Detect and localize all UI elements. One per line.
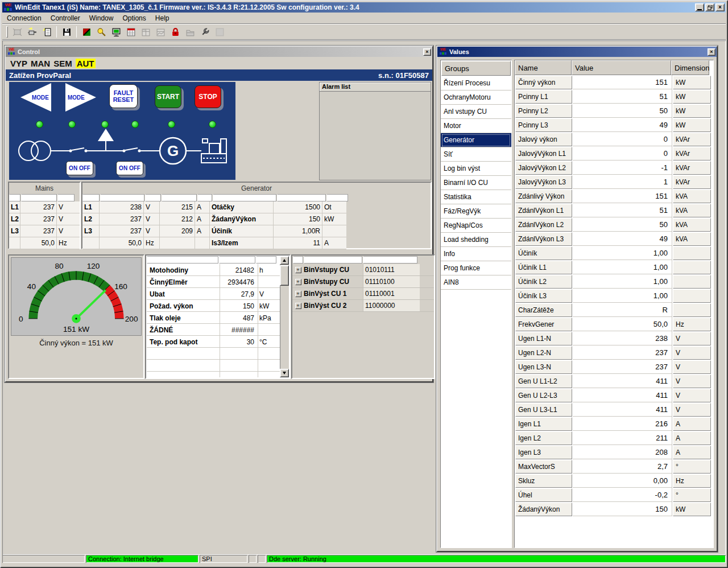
values-row: Gen U L3-L1 411 V bbox=[515, 402, 713, 417]
values-titlebar[interactable]: WE Values × bbox=[437, 47, 717, 57]
scroll-thumb[interactable] bbox=[280, 265, 289, 286]
values-row: Jalový výkon 0 kVAr bbox=[515, 132, 713, 146]
value-name-cell[interactable]: Ugen L3-N bbox=[515, 360, 572, 374]
group-item[interactable]: Síť bbox=[441, 147, 511, 162]
value-name-cell[interactable]: ZdánlVýkon L1 bbox=[515, 204, 572, 217]
fault-reset-button[interactable]: FAULT RESET bbox=[109, 84, 138, 108]
stop-button[interactable]: STOP bbox=[195, 85, 221, 108]
group-item[interactable]: Info bbox=[441, 247, 511, 261]
value-name-cell[interactable]: Pcinny L3 bbox=[515, 118, 572, 132]
group-item[interactable]: Load shedding bbox=[441, 233, 511, 247]
group-item[interactable]: Motor bbox=[441, 119, 511, 133]
expand-plus-button[interactable]: + bbox=[295, 291, 301, 297]
connect-icon[interactable] bbox=[25, 26, 39, 38]
values-row: JalovýVýkon L1 0 kVAr bbox=[515, 146, 713, 160]
group-item[interactable]: RegNap/Cos bbox=[441, 219, 511, 233]
value-name-cell[interactable]: Ugen L2-N bbox=[515, 346, 572, 360]
files-icon[interactable] bbox=[183, 26, 197, 38]
value-name-cell[interactable]: Jalový výkon bbox=[515, 133, 572, 146]
menu-item[interactable]: Window bbox=[85, 13, 118, 23]
gen-breaker-button[interactable]: ON OFF bbox=[116, 161, 143, 175]
close-button[interactable]: × bbox=[715, 3, 725, 11]
value-name-cell[interactable]: Gen U L3-L1 bbox=[515, 403, 572, 417]
dimension-cell: kVA bbox=[673, 204, 711, 217]
value-name-cell[interactable]: Skluz bbox=[515, 474, 572, 488]
values-grid-icon[interactable] bbox=[124, 26, 138, 38]
group-item[interactable]: Binarní I/O CU bbox=[441, 176, 511, 190]
value-name-cell[interactable]: JalovýVýkon L3 bbox=[515, 175, 572, 189]
col-header-value[interactable]: Value bbox=[572, 60, 671, 75]
screen-colors-icon[interactable] bbox=[80, 26, 93, 38]
group-item[interactable]: Generátor bbox=[441, 133, 511, 147]
binary-io-row: + BinVýst CU 2 11000000 bbox=[292, 300, 434, 312]
edit-screen-icon[interactable] bbox=[94, 26, 108, 38]
control-close-button[interactable]: × bbox=[423, 48, 431, 56]
edit-connection-icon[interactable] bbox=[40, 26, 53, 38]
save-icon[interactable] bbox=[60, 26, 73, 38]
value-name-cell[interactable]: Ugen L1-N bbox=[515, 332, 572, 345]
col-header-name[interactable]: Name bbox=[515, 60, 572, 75]
value-name-cell[interactable]: Igen L2 bbox=[515, 431, 572, 445]
restore-button[interactable] bbox=[705, 3, 714, 11]
expand-plus-button[interactable]: + bbox=[295, 303, 301, 309]
menu-item[interactable]: Connection bbox=[2, 13, 46, 23]
value-name-cell[interactable]: Úhel bbox=[515, 488, 572, 502]
group-item[interactable]: Statistika bbox=[441, 190, 511, 204]
value-name-cell[interactable]: ZdánlVýkon L3 bbox=[515, 232, 572, 246]
regs-table-icon[interactable]: RB bbox=[139, 26, 152, 38]
group-item[interactable]: Fáz/RegVýk bbox=[441, 204, 511, 219]
control-titlebar[interactable]: WE Control × bbox=[6, 47, 432, 57]
value-name-cell[interactable]: Účiník L1 bbox=[515, 261, 572, 274]
value-name-cell[interactable]: Pcinny L1 bbox=[515, 90, 572, 104]
scroll-down-button[interactable] bbox=[280, 369, 289, 377]
controller-info-icon[interactable] bbox=[10, 26, 24, 38]
group-item[interactable]: OchranyMotoru bbox=[441, 90, 511, 105]
value-name-cell[interactable]: Účiník L3 bbox=[515, 289, 572, 303]
value-name-cell[interactable]: Účiník L2 bbox=[515, 275, 572, 289]
group-item[interactable]: AIN8 bbox=[441, 275, 511, 290]
value-name-cell[interactable]: Činný výkon bbox=[515, 76, 572, 89]
status-led bbox=[36, 121, 43, 128]
value-name-cell[interactable]: ZdánlVýkon L2 bbox=[515, 218, 572, 232]
value-cell: 1,00 bbox=[573, 289, 672, 303]
values-close-button[interactable]: × bbox=[708, 48, 715, 56]
value-name-cell[interactable]: ŽádanýVýkon bbox=[515, 503, 572, 516]
group-item[interactable]: Řízení Procesu bbox=[441, 76, 511, 90]
value-name-cell[interactable]: JalovýVýkon L2 bbox=[515, 161, 572, 175]
blank-icon[interactable] bbox=[213, 26, 226, 38]
expand-plus-button[interactable]: + bbox=[295, 279, 301, 285]
scroll-up-button[interactable] bbox=[280, 256, 289, 265]
expand-plus-button[interactable]: + bbox=[295, 267, 301, 273]
setpoints-icon[interactable] bbox=[198, 26, 212, 38]
menu-item[interactable]: Controller bbox=[46, 13, 85, 23]
group-item[interactable]: Log bin výst bbox=[441, 162, 511, 176]
mains-breaker-button[interactable]: ON OFF bbox=[66, 161, 93, 175]
value-name-cell[interactable]: FrekvGener bbox=[515, 318, 572, 331]
minimize-button[interactable] bbox=[695, 3, 704, 11]
value-name-cell[interactable]: Igen L3 bbox=[515, 446, 572, 459]
monitor-icon[interactable] bbox=[109, 26, 123, 38]
history-table-icon[interactable] bbox=[154, 26, 167, 38]
toolbar-grip[interactable] bbox=[6, 26, 8, 38]
menu-item[interactable]: Help bbox=[151, 13, 174, 23]
start-button[interactable]: START bbox=[155, 85, 181, 108]
engine-scrollbar[interactable] bbox=[280, 256, 289, 377]
app-titlebar[interactable]: WE WinEdit Tanex1 (iS) Name: TANEX_1305_… bbox=[2, 2, 726, 13]
value-name-cell[interactable]: MaxVectorS bbox=[515, 460, 572, 474]
value-name-cell[interactable]: CharZátěže bbox=[515, 303, 572, 317]
value-name-cell[interactable]: Zdánlivý Výkon bbox=[515, 190, 572, 203]
value-name-cell[interactable]: Účiník bbox=[515, 246, 572, 260]
values-row: Ugen L1-N 238 V bbox=[515, 331, 713, 345]
value-name-cell[interactable]: JalovýVýkon L1 bbox=[515, 147, 572, 160]
alarm-list-body[interactable] bbox=[320, 92, 431, 179]
col-header-dimension[interactable]: Dimension bbox=[671, 60, 709, 75]
lock-icon[interactable] bbox=[168, 26, 182, 38]
value-name-cell[interactable]: Igen L1 bbox=[515, 417, 572, 431]
value-cell: 150 bbox=[573, 502, 672, 516]
value-name-cell[interactable]: Pcinny L2 bbox=[515, 104, 572, 118]
value-name-cell[interactable]: Gen U L1-L2 bbox=[515, 374, 572, 388]
group-item[interactable]: Anl vstupy CU bbox=[441, 105, 511, 119]
group-item[interactable]: Prog funkce bbox=[441, 261, 511, 275]
menu-item[interactable]: Options bbox=[118, 13, 150, 23]
value-name-cell[interactable]: Gen U L2-L3 bbox=[515, 389, 572, 402]
